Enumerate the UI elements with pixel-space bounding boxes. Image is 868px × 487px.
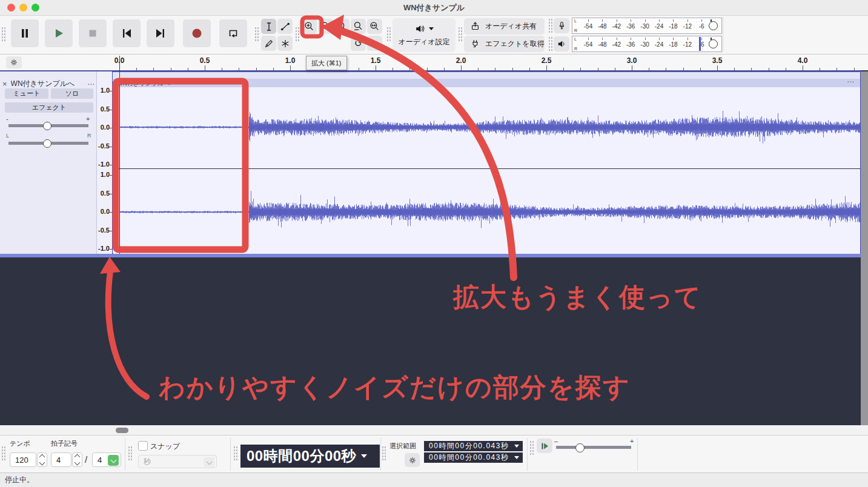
fit-project-button[interactable] (367, 19, 382, 34)
amplitude-label: -0.5 (98, 142, 110, 150)
audio-setup-grip[interactable] (386, 27, 391, 42)
pan-slider-knob[interactable] (43, 139, 51, 148)
playback-meter[interactable]: L R -54-48-42-36-30-24-18-12-6 (572, 36, 722, 52)
record-button[interactable] (183, 19, 211, 47)
snap-toolbar-grip[interactable] (128, 446, 132, 462)
snap-format-dropdown[interactable]: 秒 (138, 455, 217, 468)
meter-clip-indicator-icon (709, 39, 718, 48)
play-speed-grip[interactable] (529, 440, 534, 456)
zoom-out-button[interactable] (318, 19, 333, 34)
tempo-input[interactable]: 120 (10, 452, 36, 467)
clip-header[interactable]: WN付きサンプルへ ⋯ (113, 79, 860, 87)
horizontal-scrollbar-thumb[interactable] (116, 428, 128, 433)
meter-scale-tick (701, 19, 702, 22)
solo-button[interactable]: ソロ (51, 88, 93, 99)
horizontal-scrollbar[interactable] (0, 425, 868, 435)
meter-scale-label: -24 (655, 23, 663, 30)
amplitude-label: 0.0 (101, 208, 110, 215)
share-audio-button[interactable]: オーディオ共有 (464, 18, 545, 35)
window-title: WN付きサンプル (0, 2, 868, 13)
timesig-upper-input[interactable]: 4 (51, 452, 71, 467)
close-track-button[interactable]: × (2, 79, 7, 88)
track-name[interactable]: WN付きサンプルへ (11, 79, 87, 89)
playback-meter-button[interactable] (554, 36, 569, 51)
gain-slider-knob[interactable] (43, 122, 51, 130)
caret-down-icon (429, 27, 434, 30)
envelope-tool-button[interactable] (277, 19, 293, 34)
vertical-scrollbar[interactable] (861, 71, 868, 425)
selection-tool-button[interactable] (261, 19, 276, 34)
clip-title: WN付きサンプルへ (117, 79, 170, 88)
selection-toolbar-grip[interactable] (382, 446, 386, 462)
snap-checkbox[interactable] (138, 441, 148, 451)
waveform-channel-right[interactable] (113, 169, 860, 254)
audio-track[interactable]: WN付きサンプルへ ⋯ (112, 71, 861, 254)
chevron-down-icon (110, 457, 116, 463)
ruler-label: 3.0 (627, 56, 637, 65)
tools-toolbar-grip[interactable] (254, 27, 259, 42)
meter-scale-tick (602, 19, 603, 22)
mute-button[interactable]: ミュート (5, 88, 48, 99)
ruler-label: 2.5 (542, 56, 552, 65)
zoom-in-button[interactable] (302, 19, 317, 34)
meter-scale-tick (631, 38, 631, 40)
fit-selection-button[interactable] (351, 19, 366, 34)
meter-scale-tick (701, 38, 702, 40)
selection-options-button[interactable] (405, 453, 420, 467)
playback-meter-grip[interactable] (548, 36, 552, 51)
play-speed-slider[interactable] (556, 446, 631, 449)
ruler-tick (376, 65, 376, 70)
record-meter-button[interactable] (554, 18, 569, 33)
clip-menu-button[interactable]: ⋯ (847, 78, 854, 86)
vertical-ruler[interactable]: 1.00.50.0-0.5-1.01.00.50.0-0.5-1.0 (97, 71, 112, 254)
zoom-in-icon (303, 21, 315, 32)
timesig-lower-dropdown[interactable]: 4 (92, 452, 121, 467)
meter-scale-tick (673, 19, 674, 22)
record-icon (190, 26, 204, 41)
skip-to-start-icon (119, 26, 134, 41)
titlebar: WN付きサンプル (0, 0, 868, 16)
meter-scale-label: -48 (598, 41, 606, 48)
draw-tool-button[interactable] (261, 36, 276, 51)
transport-toolbar-grip[interactable] (1, 27, 5, 42)
share-toolbar-grip[interactable] (458, 27, 462, 42)
skip-to-end-button[interactable] (147, 19, 174, 47)
get-effects-button[interactable]: エフェクトを取得 (464, 36, 545, 52)
track-menu-button[interactable]: ⋯ (87, 80, 94, 88)
effects-button[interactable]: エフェクト (5, 102, 93, 113)
waveform-channel-left[interactable] (113, 87, 860, 168)
undo-button[interactable]: ↺ (351, 36, 366, 51)
skip-to-start-button[interactable] (113, 19, 141, 47)
play-at-speed-button[interactable] (537, 439, 552, 453)
record-meter[interactable]: L R -54-48-42-36-30-24-18-12-6 (572, 18, 722, 34)
annotation-noise-note: わかりやすくノイズだけの部分を探す (159, 370, 631, 405)
time-display-grip[interactable] (233, 446, 237, 462)
multi-tool-button[interactable] (277, 36, 293, 51)
selection-end-field[interactable]: 00時間00分00.043秒 (424, 452, 523, 463)
selection-start-field[interactable]: 00時間00分00.043秒 (424, 441, 523, 451)
chevron-down-icon (204, 457, 214, 467)
zoom-toggle-button[interactable] (334, 19, 350, 34)
record-meter-grip[interactable] (548, 18, 552, 33)
tempo-stepper[interactable] (37, 452, 47, 467)
redo-button[interactable]: ↻ (367, 36, 382, 51)
status-bar: 停止中。 (0, 473, 868, 487)
timesig-stepper[interactable] (72, 452, 82, 467)
loop-icon (226, 26, 240, 41)
loop-button[interactable] (219, 19, 247, 47)
edit-toolbar-grip[interactable] (295, 27, 299, 42)
time-toolbar-grip[interactable] (1, 446, 5, 462)
timesig-lower-confirm-button[interactable] (108, 455, 119, 466)
record-meter-left-label: L (574, 19, 577, 23)
time-display[interactable]: 00時間00分00秒 (240, 445, 380, 468)
play-speed-knob[interactable] (575, 443, 585, 452)
meter-scale-label: -54 (584, 23, 592, 30)
timeline-ruler[interactable]: 0.00.51.01.52.02.53.03.54.0 (0, 55, 868, 70)
zoom-tooltip: 拡大 (⌘1) (306, 56, 347, 70)
timeline-options-button[interactable] (6, 56, 22, 68)
play-button[interactable] (45, 19, 73, 47)
pause-button[interactable] (11, 19, 39, 47)
audio-setup-button[interactable]: オーディオ設定 (393, 18, 456, 52)
gain-minus-label: - (6, 115, 8, 122)
stop-button[interactable] (79, 19, 107, 47)
